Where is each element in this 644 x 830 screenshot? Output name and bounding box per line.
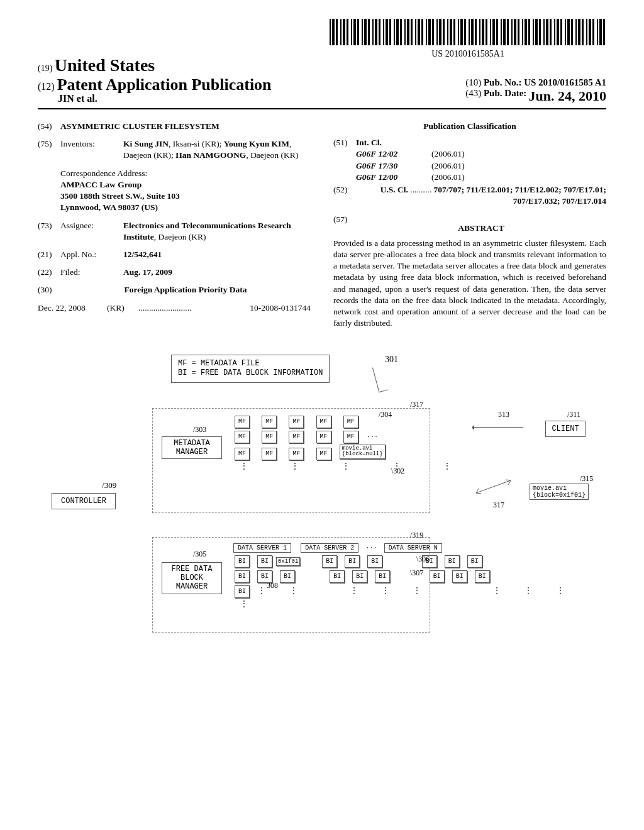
bi-cell: BI (367, 555, 382, 568)
figure-301: MF = METADATA FILE BI = FREE DATA BLOCK … (45, 355, 599, 700)
vdots: ⋮ ⋮ ⋮ ⋮ ⋮ ⋮ ⋮ ⋮ (258, 587, 569, 595)
patent-page: US 20100161585A1 (19) United States (12)… (0, 0, 644, 830)
field-30: (30) Foreign Application Priority Data (38, 284, 311, 296)
ellipsis: ··· (367, 433, 378, 440)
intcl-sym-0: G06F 12/02 (356, 149, 397, 158)
ref-307: \307 (410, 568, 423, 578)
doc-type: Patent Application Publication (57, 75, 272, 94)
barcode-area: US 20100161585A1 (38, 19, 606, 59)
code-51: (51) (333, 137, 356, 183)
filed-label: Filed: (60, 267, 123, 278)
field-57: (57) ABSTRACT (333, 214, 606, 238)
bi-cell: BI (445, 555, 460, 568)
data-server-1-label: DATA SERVER 1 (233, 543, 291, 553)
applno-value: 12/542,641 (123, 250, 162, 259)
bi-grid: DATA SERVER 1 DATA SERVER 2 ··· DATA SER… (231, 542, 569, 609)
left-column: (54) ASYMMETRIC CLUSTER FILESYSTEM (75) … (38, 121, 322, 329)
intcl-ver-2: (2006.01) (431, 172, 465, 183)
legend-box: MF = METADATA FILE BI = FREE DATA BLOCK … (171, 355, 330, 383)
controller-box: CONTROLLER (52, 493, 116, 509)
uscl-label: U.S. Cl. (380, 185, 408, 194)
field-51: (51) Int. Cl. G06F 12/02 (2006.01) G06F … (333, 137, 606, 183)
vdots: ⋮ ⋮ ⋮ ⋮ ⋮ (231, 462, 456, 471)
mf-cell: MF (235, 431, 250, 443)
ref-306: \306 (416, 555, 430, 564)
code-52: (52) (333, 184, 356, 207)
vdots: ⋮ (231, 599, 569, 609)
ref-309: /309 (102, 480, 116, 490)
intcl-row: G06F 17/30 (2006.01) (356, 160, 606, 172)
mf-cell: MF (289, 431, 304, 443)
bi-cell: BI (280, 570, 295, 583)
barcode-graphic (330, 19, 606, 45)
mf-cell: MF (289, 448, 304, 460)
pub-date: Jun. 24, 2010 (529, 88, 606, 104)
code-57: (57) (333, 214, 356, 238)
corr-line2: 3500 188th Street S.W., Suite 103 (60, 191, 180, 201)
movie-null-box: movie.avi{block=null} (340, 445, 386, 460)
bi-cell: BI (452, 570, 467, 583)
ref-305: /305 (193, 550, 206, 559)
arrow-317 (473, 477, 517, 496)
ref-315: /315 (580, 474, 593, 484)
bi-cell: BI (375, 570, 390, 583)
priority-row: Dec. 22, 2008 (KR) .....................… (38, 302, 311, 314)
foreign-priority-label: Foreign Application Priority Data (124, 285, 247, 294)
hex-cell: 0x1f01 (276, 557, 300, 566)
header-right: (10) Pub. No.: US 2010/0161585 A1 (43) P… (465, 77, 606, 104)
invention-title: ASYMMETRIC CLUSTER FILESYSTEM (60, 121, 311, 132)
ref-313: 313 (498, 410, 509, 419)
ref-301-arrow (372, 365, 388, 392)
client-box: CLIENT (545, 421, 586, 437)
priority-country: (KR) (107, 302, 138, 314)
mf-cell: MF (262, 416, 277, 428)
mf-cell: MF (343, 431, 358, 443)
bi-cell: BI (235, 555, 250, 568)
field-54: (54) ASYMMETRIC CLUSTER FILESYSTEM (38, 121, 311, 132)
code-12: (12) (38, 81, 55, 92)
correspondence-address: Correspondence Address: AMPACC Law Group… (60, 168, 311, 214)
movie-block-box: movie.avi{block=0x1f01} (530, 484, 589, 500)
field-52: (52) U.S. Cl. .......... 707/707; 711/E1… (333, 184, 606, 207)
country: United States (55, 55, 155, 75)
corr-line3: Lynnwood, WA 98037 (US) (60, 202, 158, 212)
ref-302: \302 (391, 467, 404, 476)
pub-classif-title: Publication Classification (333, 121, 606, 132)
mf-cell: MF (316, 431, 331, 443)
intcl-ver-0: (2006.01) (431, 148, 465, 160)
mf-grid: MF MF MF MF MF MF MF MF MF MF ··· MF MF (231, 414, 456, 472)
bi-cell: BI (235, 570, 250, 583)
ref-311: /311 (567, 410, 580, 419)
intcl-row: G06F 12/00 (2006.01) (356, 172, 606, 183)
pubno-label: Pub. No.: (484, 77, 521, 87)
field-75: (75) Inventors: Ki Sung JIN, Iksan-si (K… (38, 138, 311, 161)
corr-label: Correspondence Address: (60, 168, 311, 179)
pub-number: US 2010/0161585 A1 (524, 77, 606, 87)
mf-cell: MF (316, 448, 331, 460)
assignee-label: Assignee: (60, 220, 123, 243)
bi-cell: BI (322, 555, 337, 568)
code-10: (10) (465, 77, 481, 87)
priority-dots: ......................... (138, 302, 250, 314)
code-54: (54) (38, 121, 60, 132)
intcl-row: G06F 12/02 (2006.01) (356, 148, 606, 160)
ellipsis: ··· (365, 545, 377, 551)
arrow-313 (473, 427, 523, 428)
metadata-manager-box: METADATA MANAGER (162, 436, 222, 460)
ref-317-top: /317 (410, 400, 423, 409)
code-75: (75) (38, 138, 60, 161)
code-22: (22) (38, 267, 60, 278)
priority-date: Dec. 22, 2008 (38, 302, 107, 314)
code-21: (21) (38, 249, 60, 260)
header: (19) United States (12) Patent Applicati… (38, 55, 606, 109)
bi-cell: BI (475, 570, 490, 583)
data-server-n-label: DATA SERVER N (384, 543, 442, 553)
field-21: (21) Appl. No.: 12/542,641 (38, 249, 311, 260)
mf-cell: MF (343, 416, 358, 428)
assignee-value: Electronics and Telecommunications Resea… (123, 220, 311, 243)
mf-cell: MF (235, 448, 250, 460)
filed-value: Aug. 17, 2009 (123, 267, 172, 277)
intcl-sym-2: G06F 12/00 (356, 172, 397, 182)
ref-308: 308 (267, 581, 278, 590)
intcl-sym-1: G06F 17/30 (356, 161, 397, 170)
